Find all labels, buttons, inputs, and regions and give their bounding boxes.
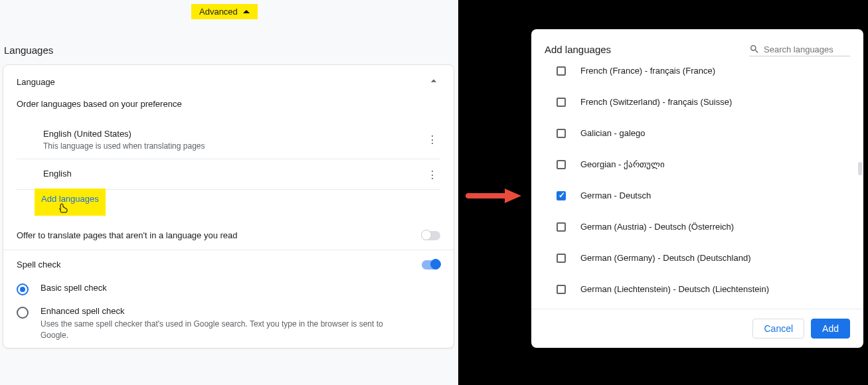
checkbox-icon[interactable] [557, 222, 566, 232]
order-text: Order languages based on your preference [17, 99, 440, 109]
checkbox-icon[interactable] [557, 191, 566, 200]
dialog-footer: Cancel Add [531, 309, 863, 348]
language-label: Galician - galego [580, 128, 646, 138]
language-label: German (Liechtenstein) - Deutsch (Liecht… [580, 284, 769, 294]
dialog-header: Add languages [531, 29, 863, 63]
language-title: English (United States) [43, 129, 205, 139]
advanced-button[interactable]: Advanced [191, 4, 258, 19]
language-subtitle: This language is used when translating p… [43, 141, 205, 151]
language-row: English ⋮ [17, 159, 440, 190]
language-title: English [43, 169, 72, 179]
add-languages-label: Add languages [41, 194, 99, 204]
enhanced-spell-sub: Uses the same spell checker that's used … [41, 319, 386, 341]
language-option[interactable]: French (Switzerland) - français (Suisse) [545, 86, 863, 117]
language-option[interactable]: French (France) - français (France) [545, 63, 863, 86]
enhanced-spell-title: Enhanced spell check [41, 306, 386, 316]
language-option[interactable]: Galician - galego [545, 117, 863, 149]
chevron-up-icon [427, 74, 440, 90]
more-icon[interactable]: ⋮ [424, 133, 440, 146]
checkbox-icon[interactable] [557, 254, 566, 263]
advanced-label: Advanced [199, 7, 238, 17]
translate-row: Offer to translate pages that aren't in … [3, 224, 454, 250]
spell-check-label: Spell check [17, 260, 60, 270]
language-list[interactable]: French (France) - français (France) Fren… [531, 63, 863, 309]
add-languages-dialog: Add languages French (France) - français… [531, 29, 863, 348]
language-label: German - Deutsch [580, 191, 651, 200]
scrollbar-thumb[interactable] [858, 162, 862, 175]
language-label: German (Austria) - Deutsch (Österreich) [580, 222, 734, 232]
enhanced-spell-row[interactable]: Enhanced spell check Uses the same spell… [3, 302, 454, 348]
more-icon[interactable]: ⋮ [424, 169, 440, 181]
checkbox-icon[interactable] [557, 98, 566, 107]
add-languages-button[interactable]: Add languages [35, 189, 106, 216]
basic-spell-title: Basic spell check [41, 283, 107, 293]
checkbox-icon[interactable] [557, 285, 566, 294]
add-button[interactable]: Add [811, 319, 850, 339]
spell-check-toggle[interactable] [422, 260, 440, 270]
language-label: French (France) - français (France) [580, 66, 715, 76]
language-label: Georgian - ქართული [580, 159, 665, 169]
language-option[interactable]: Georgian - ქართული [545, 149, 863, 180]
language-option[interactable]: German (Liechtenstein) - Deutsch (Liecht… [545, 273, 863, 297]
chevron-up-icon [243, 10, 250, 13]
checkbox-icon[interactable] [557, 129, 566, 138]
language-row: English (United States) This language is… [17, 119, 440, 159]
language-header-title: Language [17, 77, 55, 87]
language-header[interactable]: Language [3, 65, 454, 99]
section-title: Languages [4, 44, 53, 56]
language-option[interactable]: German - Deutsch [545, 180, 863, 211]
radio-icon[interactable] [17, 283, 29, 295]
language-option[interactable]: German (Germany) - Deutsch (Deutschland) [545, 242, 863, 273]
checkbox-icon[interactable] [557, 66, 566, 76]
translate-toggle[interactable] [422, 231, 440, 240]
search-icon [749, 44, 760, 54]
cursor-icon [58, 202, 69, 214]
spell-check-row: Spell check [3, 250, 454, 279]
arrow-icon [465, 186, 525, 208]
basic-spell-row[interactable]: Basic spell check [3, 279, 454, 302]
search-input[interactable] [764, 44, 850, 54]
language-option[interactable]: German (Austria) - Deutsch (Österreich) [545, 211, 863, 242]
settings-panel: Advanced Languages Language Order langua… [0, 0, 458, 385]
language-card: Language Order languages based on your p… [3, 64, 454, 348]
dialog-title: Add languages [545, 44, 611, 55]
language-body: Order languages based on your preference… [3, 99, 454, 224]
cancel-button[interactable]: Cancel [752, 319, 804, 339]
language-label: French (Switzerland) - français (Suisse) [580, 97, 732, 107]
search-box[interactable] [749, 42, 850, 56]
radio-icon[interactable] [17, 307, 29, 319]
language-label: German (Germany) - Deutsch (Deutschland) [580, 253, 750, 263]
translate-label: Offer to translate pages that aren't in … [17, 230, 238, 240]
checkbox-icon[interactable] [557, 160, 566, 169]
